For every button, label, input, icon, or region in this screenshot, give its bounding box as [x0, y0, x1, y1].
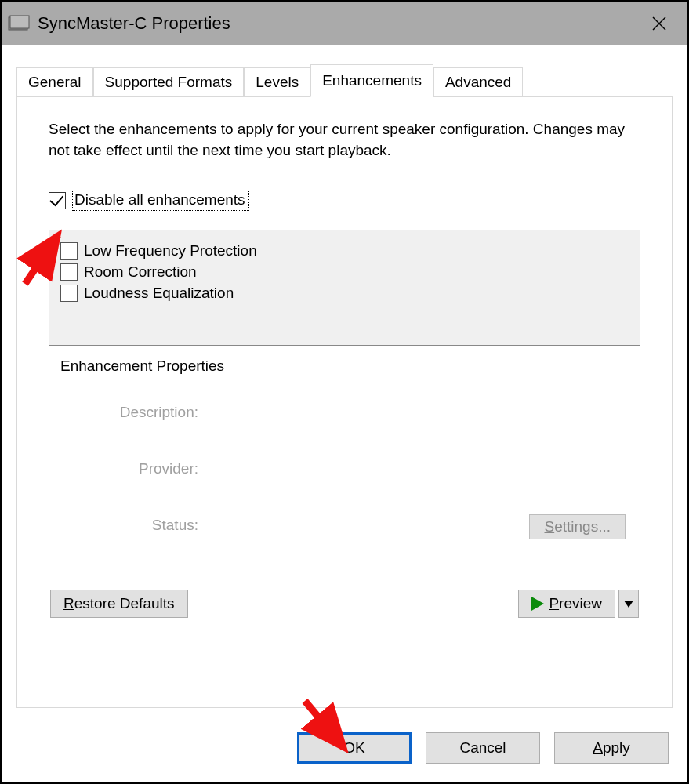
close-icon — [651, 16, 667, 31]
window-title: SyncMaster-C Properties — [38, 13, 230, 34]
list-item[interactable]: Low Frequency Protection — [60, 242, 629, 260]
enhancement-checkbox[interactable] — [60, 263, 78, 281]
svg-rect-1 — [10, 16, 29, 28]
instruction-text: Select the enhancements to apply for you… — [49, 119, 640, 161]
cancel-button[interactable]: Cancel — [426, 732, 540, 764]
restore-defaults-button[interactable]: Restore Defaults — [50, 590, 188, 618]
enhancement-label: Room Correction — [84, 263, 197, 281]
close-button[interactable] — [631, 2, 687, 45]
preview-split-button: Preview — [518, 590, 639, 618]
settings-button[interactable]: Settings... — [529, 514, 626, 539]
description-row: Description: — [96, 404, 624, 421]
titlebar: SyncMaster-C Properties — [2, 2, 687, 45]
tab-enhancements[interactable]: Enhancements — [310, 64, 433, 97]
tab-panel-enhancements: Select the enhancements to apply for you… — [16, 96, 673, 708]
group-legend: Enhancement Properties — [56, 358, 229, 375]
enhancement-label: Loudness Equalization — [84, 285, 234, 302]
disable-all-row: Disable all enhancements — [49, 191, 640, 211]
apply-button[interactable]: Apply — [554, 732, 669, 764]
properties-dialog: SyncMaster-C Properties General Supporte… — [0, 0, 689, 784]
provider-label: Provider: — [96, 460, 198, 477]
status-label: Status: — [96, 517, 198, 534]
dialog-content: General Supported Formats Levels Enhance… — [2, 45, 687, 708]
tab-general[interactable]: General — [16, 67, 93, 96]
description-label: Description: — [96, 404, 198, 421]
tabstrip: General Supported Formats Levels Enhance… — [16, 64, 673, 96]
tab-advanced[interactable]: Advanced — [433, 67, 524, 96]
dialog-button-row: OK Cancel Apply — [297, 732, 669, 764]
enhancement-label: Low Frequency Protection — [84, 242, 257, 260]
enhancement-checkbox[interactable] — [60, 242, 78, 260]
tab-supported-formats[interactable]: Supported Formats — [93, 67, 245, 96]
preview-dropdown-button[interactable] — [618, 590, 639, 618]
play-icon — [531, 597, 544, 611]
tab-levels[interactable]: Levels — [244, 67, 310, 96]
panel-button-row: Restore Defaults Preview — [49, 590, 640, 618]
list-item[interactable]: Loudness Equalization — [60, 285, 629, 302]
disable-all-label[interactable]: Disable all enhancements — [72, 191, 249, 211]
enhancement-checkbox[interactable] — [60, 285, 78, 302]
list-item[interactable]: Room Correction — [60, 263, 629, 281]
disable-all-checkbox[interactable] — [49, 192, 66, 209]
ok-button[interactable]: OK — [297, 732, 412, 764]
enhancements-listbox: Low Frequency Protection Room Correction… — [49, 230, 640, 346]
preview-button[interactable]: Preview — [518, 590, 615, 618]
enhancement-properties-group: Enhancement Properties Description: Prov… — [49, 368, 640, 554]
window-icon — [8, 15, 30, 32]
provider-row: Provider: — [96, 460, 624, 477]
